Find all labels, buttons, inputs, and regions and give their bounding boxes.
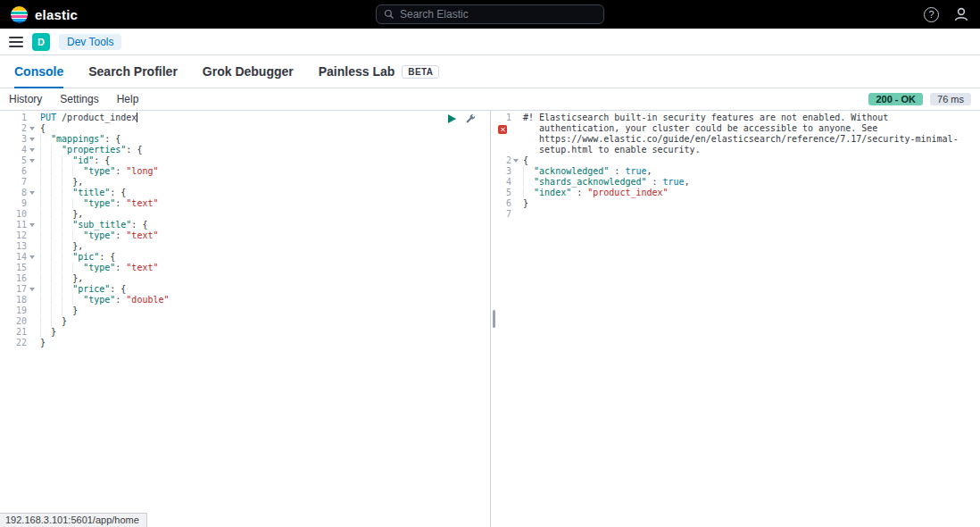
code-text: }: [37, 327, 490, 338]
code-line: 5 "index" : "product_index": [497, 188, 980, 198]
fold-spacer: [27, 230, 37, 241]
fold-caret-icon[interactable]: [27, 155, 37, 166]
code-line[interactable]: 9 "type": "text": [0, 198, 490, 209]
code-line[interactable]: 12 "type": "text": [0, 230, 490, 241]
code-line[interactable]: 19 }: [0, 305, 490, 316]
fold-caret-icon[interactable]: [27, 145, 37, 155]
tab-painless-lab[interactable]: Painless LabBETA: [319, 55, 440, 88]
tab-label: Painless Lab: [319, 64, 395, 79]
fold-spacer: [27, 263, 37, 273]
code-line[interactable]: 11 "sub_title": {: [0, 220, 490, 230]
code-text: "acknowledged" : true,: [520, 166, 980, 177]
fold-caret-icon[interactable]: [27, 134, 37, 145]
help-icon[interactable]: ?: [924, 7, 939, 22]
line-number: 7: [497, 209, 511, 220]
tab-console[interactable]: Console: [14, 55, 63, 88]
code-line[interactable]: 17 "price": {: [0, 284, 490, 295]
console-menu: HistorySettingsHelp: [9, 93, 138, 105]
fold-spacer: [27, 177, 37, 188]
nav-bar: D Dev Tools: [0, 29, 980, 55]
code-line: 2{: [497, 155, 980, 166]
line-number: 12: [0, 230, 27, 241]
line-number: 21: [0, 327, 27, 338]
code-line[interactable]: 13 },: [0, 241, 490, 252]
code-line[interactable]: 18 "type": "double": [0, 295, 490, 305]
request-editor[interactable]: 1PUT /product_index2{3 "mappings": {4 "p…: [0, 111, 490, 527]
fold-caret-icon[interactable]: [27, 220, 37, 230]
code-line[interactable]: 1PUT /product_index: [0, 113, 490, 123]
fold-spacer: [27, 209, 37, 220]
fold-spacer: [511, 198, 520, 209]
wrench-icon[interactable]: [465, 113, 476, 124]
code-text: "price": {: [37, 284, 490, 295]
line-number: 7: [0, 177, 27, 188]
code-line[interactable]: 6 "type": "long": [0, 166, 490, 177]
line-number: 1: [0, 113, 27, 123]
fold-caret-icon[interactable]: [27, 188, 37, 198]
fold-spacer: [27, 316, 37, 327]
code-text: PUT /product_index: [37, 113, 490, 123]
fold-caret-icon[interactable]: [511, 155, 520, 166]
code-text: }: [520, 198, 980, 209]
code-text: "type": "long": [37, 166, 490, 177]
line-number: 3: [0, 134, 27, 145]
line-number: 22: [0, 338, 27, 348]
code-line[interactable]: 8 "title": {: [0, 188, 490, 198]
response-viewer: 1#! Elasticsearch built-in security feat…: [497, 111, 980, 527]
duration-badge: 76 ms: [930, 93, 971, 105]
code-text: "type": "double": [37, 295, 490, 305]
fold-spacer: [27, 198, 37, 209]
tab-grok-debugger[interactable]: Grok Debugger: [203, 55, 294, 88]
code-line[interactable]: 21 }: [0, 327, 490, 338]
code-text: }: [37, 316, 490, 327]
menu-icon[interactable]: [9, 37, 23, 47]
code-text: },: [37, 273, 490, 284]
code-line[interactable]: 15 "type": "text": [0, 263, 490, 273]
code-text: #! Elasticsearch built-in security featu…: [520, 113, 980, 155]
line-number: 10: [0, 209, 27, 220]
code-text: },: [37, 241, 490, 252]
code-line[interactable]: 5 "id": {: [0, 155, 490, 166]
brand[interactable]: elastic: [11, 6, 78, 23]
menu-settings[interactable]: Settings: [60, 93, 98, 105]
global-header: elastic ?: [0, 0, 980, 29]
line-number: 8: [0, 188, 27, 198]
code-line[interactable]: 4 "properties": {: [0, 145, 490, 155]
code-line[interactable]: 16 },: [0, 273, 490, 284]
code-line[interactable]: 14 "pic": {: [0, 252, 490, 263]
line-number: 6: [497, 198, 511, 209]
fold-spacer: [27, 113, 37, 123]
line-number: 9: [0, 198, 27, 209]
panel-resizer[interactable]: [490, 111, 497, 527]
menu-history[interactable]: History: [9, 93, 42, 105]
code-line[interactable]: 2{: [0, 123, 490, 134]
space-avatar[interactable]: D: [32, 33, 50, 51]
search-input[interactable]: [400, 8, 596, 21]
code-line[interactable]: 7 },: [0, 177, 490, 188]
search-icon: [384, 9, 394, 20]
line-number: 4: [0, 145, 27, 155]
tab-label: Grok Debugger: [203, 64, 294, 79]
line-number: 19: [0, 305, 27, 316]
send-request-icon[interactable]: [448, 114, 456, 123]
code-line: 4 "shards_acknowledged" : true,: [497, 177, 980, 188]
code-line[interactable]: 3 "mappings": {: [0, 134, 490, 145]
global-search[interactable]: [376, 4, 604, 24]
code-line[interactable]: 20 }: [0, 316, 490, 327]
menu-help[interactable]: Help: [117, 93, 139, 105]
breadcrumb[interactable]: Dev Tools: [59, 34, 121, 50]
fold-caret-icon[interactable]: [27, 252, 37, 263]
code-text: {: [37, 123, 490, 134]
line-number: 18: [0, 295, 27, 305]
line-number: 5: [497, 188, 511, 198]
fold-caret-icon[interactable]: [27, 123, 37, 134]
code-text: "id": {: [37, 155, 490, 166]
elastic-logo-icon: [11, 6, 28, 23]
code-line[interactable]: 22}: [0, 338, 490, 348]
tab-search-profiler[interactable]: Search Profiler: [88, 55, 178, 88]
code-text: "index" : "product_index": [520, 188, 980, 198]
brand-label: elastic: [35, 7, 78, 22]
user-icon[interactable]: [953, 6, 969, 22]
fold-caret-icon[interactable]: [27, 284, 37, 295]
code-line[interactable]: 10 },: [0, 209, 490, 220]
